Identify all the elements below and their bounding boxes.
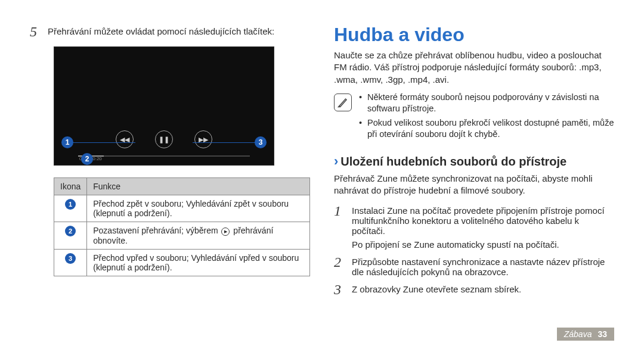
callout-line xyxy=(193,142,255,144)
sub-intro: Přehrávač Zune můžete synchronizovat na … xyxy=(334,173,614,197)
row-badge-2: 2 xyxy=(65,226,76,236)
footer-section: Zábava xyxy=(564,329,592,339)
function-table: Ikona Funkce 1 Přechod zpět v souboru; V… xyxy=(54,177,310,276)
row-text-3: Přechod vpřed v souboru; Vyhledávání vpř… xyxy=(87,249,310,276)
step-number-1: 1 xyxy=(334,203,345,219)
step3-text: Z obrazovky Zune otevřete seznam sbírek. xyxy=(352,282,521,294)
step5-text: Přehrávání můžete ovládat pomocí následu… xyxy=(48,24,274,36)
callout-2: 2 xyxy=(81,153,93,165)
play-icon: ▶ xyxy=(221,228,230,236)
pause-icon: ❚❚ xyxy=(155,130,173,148)
chevron-right-icon: › xyxy=(334,154,338,169)
subsection-heading: ›Uložení hudebních souborů do přístroje xyxy=(334,154,614,169)
table-row: 2 Pozastavení přehrávání; výběrem ▶ přeh… xyxy=(54,222,310,249)
row-text-2: Pozastavení přehrávání; výběrem ▶ přehrá… xyxy=(87,222,310,249)
page-title: Hudba a video xyxy=(334,24,614,46)
note-box: Některé formáty souborů nejsou podporová… xyxy=(334,92,614,143)
forward-icon: ▶▶ xyxy=(194,130,212,148)
table-row: 1 Přechod zpět v souboru; Vyhledávání zp… xyxy=(54,195,310,222)
row-text-1: Přechod zpět v souboru; Vyhledávání zpět… xyxy=(87,195,310,222)
row-badge-3: 3 xyxy=(65,253,76,264)
note-item: Pokud velikost souboru překročí velikost… xyxy=(359,117,614,141)
step1-after: Po připojení se Zune automaticky spustí … xyxy=(352,239,614,250)
progress-bar xyxy=(78,155,250,157)
video-player-thumbnail: ◀◀ ❚❚ ▶▶ 0:11 / 0:20 1 2 3 xyxy=(54,46,274,166)
step2-text: Přizpůsobte nastavení synchronizace a na… xyxy=(352,254,614,277)
step-number-2: 2 xyxy=(334,254,345,270)
note-item: Některé formáty souborů nejsou podporová… xyxy=(359,92,614,115)
step-number-5: 5 xyxy=(30,24,41,39)
table-header-icon: Ikona xyxy=(54,178,87,195)
intro-paragraph: Naučte se za chůze přehrávat oblíbenou h… xyxy=(334,49,614,86)
footer-page-number: 33 xyxy=(597,329,607,339)
step1-text: Instalaci Zune na počítač provedete přip… xyxy=(352,205,614,236)
rewind-icon: ◀◀ xyxy=(116,130,134,148)
row-badge-1: 1 xyxy=(65,199,76,210)
table-header-function: Funkce xyxy=(87,178,310,195)
step-number-3: 3 xyxy=(334,282,345,297)
note-icon xyxy=(334,94,352,111)
table-row: 3 Přechod vpřed v souboru; Vyhledávání v… xyxy=(54,249,310,276)
page-footer: Zábava 33 xyxy=(557,328,614,341)
callout-line xyxy=(73,142,135,144)
